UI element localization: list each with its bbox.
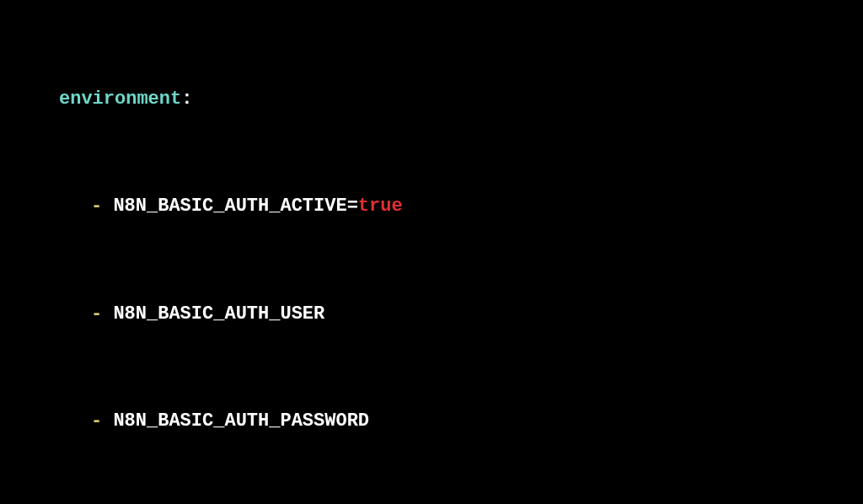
yaml-key-environment: environment:: [0, 86, 863, 113]
yaml-list-item: - N8N_BASIC_AUTH_ACTIVE=true: [0, 193, 863, 220]
text-editor-viewport[interactable]: environment: - N8N_BASIC_AUTH_ACTIVE=tru…: [0, 5, 863, 504]
yaml-bool: true: [358, 196, 403, 217]
yaml-colon: :: [181, 88, 192, 110]
env-var: N8N_BASIC_AUTH_PASSWORD: [113, 410, 369, 432]
env-var: N8N_BASIC_AUTH_USER: [113, 303, 324, 324]
env-var: N8N_BASIC_AUTH_ACTIVE=: [113, 196, 357, 217]
yaml-dash: -: [91, 303, 102, 324]
yaml-dash: -: [91, 196, 102, 217]
yaml-list-item: - N8N_BASIC_AUTH_USER: [0, 301, 863, 328]
yaml-list-item: - N8N_BASIC_AUTH_PASSWORD: [0, 408, 863, 435]
yaml-dash: -: [91, 410, 102, 432]
yaml-key: environment: [59, 88, 181, 110]
